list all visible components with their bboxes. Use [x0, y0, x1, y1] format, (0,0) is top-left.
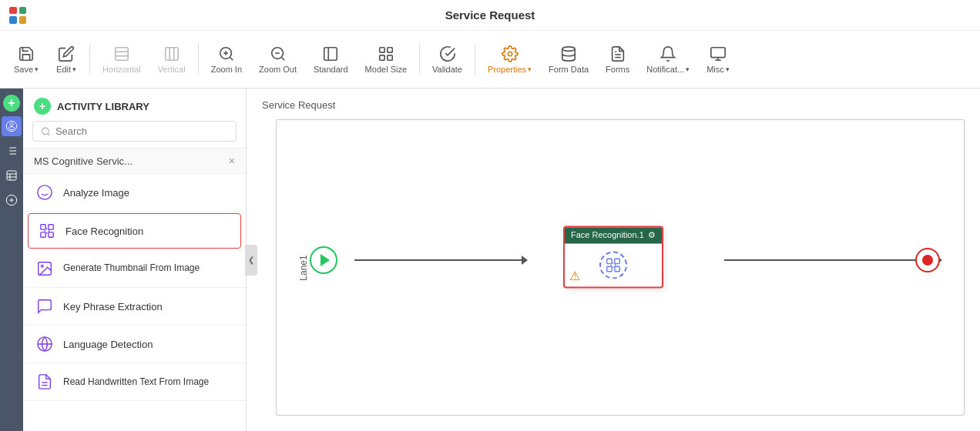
- category-close-button[interactable]: ×: [229, 155, 235, 167]
- forms-button[interactable]: Forms: [598, 42, 637, 77]
- left-icon-ai[interactable]: [2, 116, 22, 136]
- activity-list: Analyze Image Face Recognition: [23, 174, 246, 431]
- svg-line-11: [281, 57, 284, 60]
- activity-item-face-recognition[interactable]: Face Recognition: [28, 213, 241, 249]
- category-name: MS Cognitive Servic...: [34, 155, 133, 167]
- left-icon-list[interactable]: [2, 141, 22, 161]
- app-title: Service Request: [445, 8, 535, 22]
- node-face-icon: [599, 251, 627, 279]
- left-icon-table[interactable]: [2, 165, 22, 185]
- activity-item-key-phrase[interactable]: Key Phrase Extraction: [23, 288, 246, 326]
- key-phrase-label: Key Phrase Extraction: [63, 301, 163, 312]
- svg-rect-18: [388, 55, 392, 59]
- svg-rect-13: [324, 47, 337, 60]
- svg-rect-55: [615, 259, 619, 263]
- node-gear-icon[interactable]: ⚙: [648, 230, 656, 240]
- svg-rect-15: [380, 47, 384, 52]
- add-activity-button[interactable]: +: [34, 98, 51, 115]
- read-handwritten-icon: [34, 371, 55, 393]
- svg-rect-44: [41, 225, 45, 229]
- node-header: Face Recognition.1 ⚙: [565, 227, 662, 243]
- node-title: Face Recognition.1: [571, 230, 644, 239]
- activity-item-analyze-image[interactable]: Analyze Image: [23, 174, 246, 212]
- node-warning-icon: ⚠: [569, 269, 580, 283]
- svg-rect-54: [607, 259, 612, 263]
- arrow-node-to-end: [724, 259, 940, 261]
- brand-icon[interactable]: [9, 7, 26, 24]
- face-recognition-icon: [36, 220, 58, 242]
- activity-library-title: ACTIVITY LIBRARY: [57, 101, 149, 112]
- vertical-button[interactable]: Vertical: [150, 42, 193, 77]
- svg-rect-23: [711, 47, 725, 57]
- svg-rect-56: [607, 266, 612, 271]
- face-recognition-label: Face Recognition: [65, 226, 143, 237]
- svg-rect-0: [116, 47, 129, 60]
- svg-rect-45: [49, 225, 53, 229]
- language-detection-label: Language Detection: [63, 339, 153, 350]
- horizontal-button[interactable]: Horizontal: [95, 42, 149, 77]
- svg-point-19: [508, 52, 512, 56]
- svg-point-50: [41, 265, 43, 267]
- edit-button[interactable]: Edit ▾: [48, 42, 85, 77]
- svg-point-41: [38, 185, 52, 199]
- properties-button[interactable]: Properties ▾: [480, 42, 539, 77]
- left-icon-add[interactable]: +: [3, 95, 20, 112]
- form-data-button[interactable]: Form Data: [541, 42, 596, 77]
- zoom-out-button[interactable]: Zoom Out: [251, 42, 304, 77]
- activity-item-read-handwritten[interactable]: Read Handwritten Text From Image: [23, 363, 246, 401]
- flow-end: [915, 248, 940, 272]
- search-input[interactable]: [55, 125, 228, 137]
- node-body: ⚠: [565, 243, 662, 286]
- save-button[interactable]: Save ▾: [6, 42, 46, 77]
- left-icon-circle[interactable]: [2, 190, 22, 210]
- left-sidebar: +: [0, 89, 23, 431]
- svg-point-20: [562, 46, 576, 51]
- svg-rect-3: [165, 47, 178, 60]
- activity-item-generate-thumbnail[interactable]: Generate Thumbnail From Image: [23, 250, 246, 288]
- standard-button[interactable]: Standard: [306, 42, 356, 77]
- category-header: MS Cognitive Servic... ×: [23, 148, 246, 174]
- svg-rect-32: [7, 171, 16, 180]
- analyze-image-icon: [34, 182, 55, 203]
- read-handwritten-label: Read Handwritten Text From Image: [63, 376, 209, 387]
- svg-rect-47: [49, 232, 53, 237]
- svg-rect-57: [615, 266, 619, 271]
- panel-collapse-button[interactable]: ❮: [245, 245, 257, 276]
- face-recognition-node[interactable]: Face Recognition.1 ⚙ ⚠: [563, 226, 663, 288]
- canvas-breadcrumb: Service Request: [262, 99, 335, 111]
- generate-thumbnail-label: Generate Thumbnail From Image: [63, 262, 200, 275]
- validate-button[interactable]: Validate: [425, 42, 470, 77]
- model-size-button[interactable]: Model Size: [357, 42, 414, 77]
- svg-rect-46: [41, 232, 45, 237]
- arrow-start-to-node: [354, 259, 524, 261]
- zoom-in-button[interactable]: Zoom In: [203, 42, 250, 77]
- svg-point-39: [42, 128, 49, 135]
- key-phrase-icon: [34, 296, 55, 317]
- svg-line-40: [48, 133, 49, 135]
- language-detection-icon: [34, 333, 55, 355]
- canvas-area: Service Request Lane1 Face Recognition.1…: [247, 89, 980, 431]
- activity-item-language-detection[interactable]: Language Detection: [23, 326, 246, 363]
- lane-label: Lane1: [298, 255, 309, 280]
- notifications-button[interactable]: Notificat... ▾: [639, 42, 697, 77]
- svg-line-7: [230, 57, 233, 60]
- svg-rect-17: [380, 55, 384, 59]
- analyze-image-label: Analyze Image: [63, 187, 129, 199]
- svg-rect-16: [388, 47, 392, 52]
- flow-start: [310, 246, 337, 274]
- generate-thumbnail-icon: [34, 258, 55, 279]
- search-box: [32, 121, 237, 142]
- misc-button[interactable]: Misc ▾: [699, 42, 737, 77]
- search-icon: [41, 126, 51, 137]
- arrow-head-1: [522, 256, 528, 265]
- activity-panel: + ACTIVITY LIBRARY MS Cognitive Servic..…: [23, 89, 247, 431]
